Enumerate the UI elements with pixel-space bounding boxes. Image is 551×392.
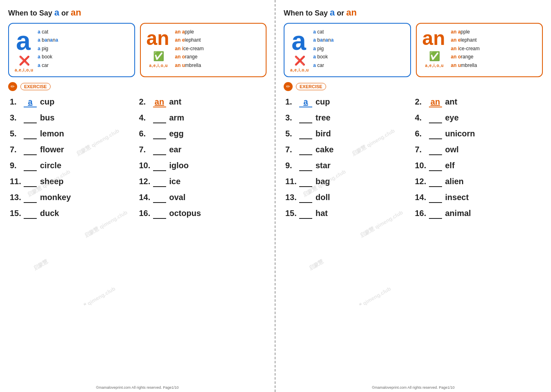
cross-icon-right: ❌ (294, 56, 305, 66)
watermark-r5: ❝ qimeng.club (358, 285, 392, 309)
exercise-item-5l: 5. lemon (8, 126, 138, 142)
card-a-right-col: a ❌ a,e,i,o,u (290, 28, 309, 72)
exercise-item-6l: 6. egg (138, 126, 267, 142)
card-a-letter-r: a (291, 28, 306, 54)
card-an-letter-r: an (422, 28, 445, 49)
exercise-item-8l: 7. ear (138, 142, 267, 158)
vowels-an-left: a,e,i,o,u (149, 63, 168, 68)
exercise-bar-right: ✏ EXERCISE (284, 82, 543, 91)
card-a-letter: a (16, 28, 31, 54)
exercise-bar-left: ✏ EXERCISE (8, 82, 267, 91)
pencil-icon-right: ✏ (284, 82, 293, 91)
cards-row-left: a ❌ a,e,i,o,u a cat a banana a pig a boo… (8, 23, 267, 77)
card-an-examples-right: an apple an elephant an ice-cream an ora… (451, 28, 480, 69)
page-right: When to Say a or an a ❌ a,e,i,o,u a cat … (276, 0, 551, 392)
exercises-grid-right: 1. a cup 3. tree 5. bird 7. cake 9. (284, 94, 543, 222)
exercises-grid-left: 1. a cup 3. bus 5. lemon 7. flower 9. (8, 94, 267, 222)
exercise-item-15r: 15. hat (284, 206, 413, 222)
exercise-label-right: EXERCISE (296, 83, 326, 90)
card-an-right-col: an ✅ a,e,i,o,u (422, 28, 447, 68)
card-a-right: a ❌ a,e,i,o,u a cat a banana a pig a boo… (284, 23, 411, 77)
exercise-label-left: EXERCISE (20, 83, 51, 90)
title-a-right: a (330, 7, 335, 18)
exercise-item-9l: 9. circle (8, 158, 138, 174)
ex-col-left-1: 1. a cup 3. bus 5. lemon 7. flower 9. (8, 94, 138, 222)
ex-col-right-1: 2. an ant 4. arm 6. egg 7. ear 10. (138, 94, 267, 222)
exercise-item-10r: 10. elf (413, 158, 543, 174)
exercise-item-11r: 11. bag (284, 174, 413, 190)
exercise-item-2r: 2. an ant (413, 94, 543, 110)
exercise-item-1r: 1. a cup (284, 94, 413, 110)
exercise-item-12r: 12. alien (413, 174, 543, 190)
vowels-a-right: a,e,i,o,u (290, 68, 309, 72)
check-icon-left: ✅ (153, 51, 164, 62)
title-or-left: or (61, 9, 71, 17)
exercise-item-7l: 7. flower (8, 142, 138, 158)
cards-row-right: a ❌ a,e,i,o,u a cat a banana a pig a boo… (284, 23, 543, 77)
page-title-right: When to Say a or an (284, 7, 543, 18)
title-a-left: a (54, 7, 59, 18)
exercise-item-16r: 16. animal (413, 206, 543, 222)
title-text-left: When to Say (8, 9, 54, 17)
title-text-right: When to Say (284, 9, 330, 17)
exercise-item-6r: 6. unicorn (413, 126, 543, 142)
exercise-item-1l: 1. a cup (8, 94, 138, 110)
card-a-left-col: a ❌ a,e,i,o,u (15, 28, 33, 72)
exercise-item-14l: 14. oval (138, 190, 267, 206)
vowels-an-right: a,e,i,o,u (425, 63, 444, 68)
card-a-left: a ❌ a,e,i,o,u a cat a banana a pig a boo… (8, 23, 135, 77)
exercise-item-4l: 4. arm (138, 110, 267, 126)
title-or-right: or (337, 9, 346, 17)
exercise-item-9r: 9. star (284, 158, 413, 174)
card-an-examples-left: an apple an elephant an ice-cream an ora… (175, 28, 204, 69)
footer-right: ©mamaloveprint.com All rights reserved. … (276, 385, 551, 390)
ex-col-left-2: 1. a cup 3. tree 5. bird 7. cake 9. (284, 94, 413, 222)
cross-icon-left: ❌ (19, 56, 30, 66)
page-left: When to Say a or an a ❌ a,e,i,o,u a cat … (0, 0, 276, 392)
title-an-right: an (346, 7, 357, 18)
exercise-item-2l: 2. an ant (138, 94, 267, 110)
card-a-examples-left: a cat a banana a pig a book a car (38, 28, 58, 69)
page-title-left: When to Say a or an (8, 7, 267, 18)
exercise-item-11l: 11. sheep (8, 174, 138, 190)
exercise-item-3l: 3. bus (8, 110, 138, 126)
exercise-item-12l: 12. ice (138, 174, 267, 190)
footer-left: ©mamaloveprint.com All rights reserved. … (0, 385, 275, 390)
exercise-item-15l: 15. duck (8, 206, 138, 222)
exercise-item-8r: 7. owl (413, 142, 543, 158)
vowels-a-left: a,e,i,o,u (15, 68, 33, 72)
card-a-examples-right: a cat a banana a pig a book a car (313, 28, 333, 69)
exercise-item-3r: 3. tree (284, 110, 413, 126)
watermark-r4: 启蒙慧 (307, 258, 325, 272)
check-icon-right: ✅ (429, 51, 440, 62)
card-an-left: an ✅ a,e,i,o,u an apple an elephant an i… (140, 23, 267, 77)
watermark-5: ❝ qimeng.club (82, 285, 116, 309)
exercise-item-7r: 7. cake (284, 142, 413, 158)
ex-col-right-2: 2. an ant 4. eye 6. unicorn 7. owl 10. (413, 94, 543, 222)
exercise-item-14r: 14. insect (413, 190, 543, 206)
exercise-item-13r: 13. doll (284, 190, 413, 206)
card-an-right: an ✅ a,e,i,o,u an apple an elephant an i… (416, 23, 543, 77)
exercise-item-5r: 5. bird (284, 126, 413, 142)
card-an-letter: an (147, 28, 169, 49)
watermark-4: 启蒙慧 (32, 258, 49, 272)
title-an-left: an (71, 7, 81, 18)
exercise-item-16l: 16. octopus (138, 206, 267, 222)
exercise-item-4r: 4. eye (413, 110, 543, 126)
exercise-item-10l: 10. igloo (138, 158, 267, 174)
exercise-item-13l: 13. monkey (8, 190, 138, 206)
pencil-icon-left: ✏ (8, 82, 17, 91)
card-an-left-col: an ✅ a,e,i,o,u (147, 28, 171, 68)
